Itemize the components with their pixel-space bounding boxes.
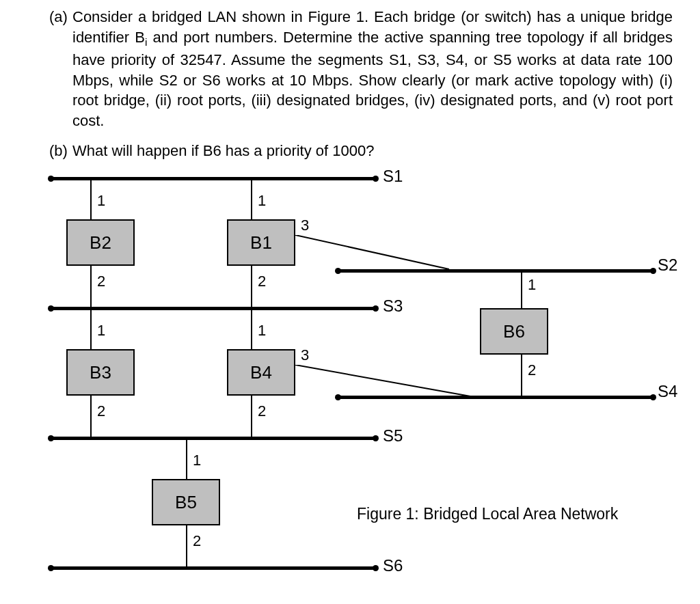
svg-line-0 bbox=[295, 235, 449, 269]
segment-s3 bbox=[49, 307, 377, 310]
segment-s5 bbox=[49, 437, 377, 440]
b1-port2-num: 2 bbox=[258, 273, 266, 290]
bridge-b1: B1 bbox=[227, 219, 295, 266]
figure-caption: Figure 1: Bridged Local Area Network bbox=[357, 505, 618, 523]
bridge-b2-label: B2 bbox=[90, 232, 111, 253]
segment-s4-label: S4 bbox=[658, 382, 677, 401]
b2-port2-line bbox=[90, 266, 92, 308]
b1-port1-num: 1 bbox=[258, 192, 266, 210]
bridge-b4: B4 bbox=[227, 349, 295, 396]
b1-port3-line bbox=[295, 235, 453, 273]
segment-s1 bbox=[49, 177, 377, 180]
b4-port2-line bbox=[251, 396, 252, 438]
part-b-text: What will happen if B6 has a priority of… bbox=[72, 141, 673, 161]
segment-s6 bbox=[49, 566, 377, 570]
bridge-b3-label: B3 bbox=[90, 362, 111, 383]
b2-port2-num: 2 bbox=[97, 273, 105, 290]
b1-port3-num: 3 bbox=[301, 217, 309, 234]
b4-port2-num: 2 bbox=[258, 402, 266, 420]
segment-s3-label: S3 bbox=[383, 297, 403, 316]
part-a-label: (a) bbox=[49, 7, 72, 131]
b5-port2-line bbox=[186, 525, 187, 568]
b3-port1-line bbox=[90, 308, 92, 349]
b6-port1-line bbox=[521, 271, 522, 308]
b3-port1-num: 1 bbox=[97, 322, 105, 340]
bridge-b6: B6 bbox=[480, 308, 548, 355]
b4-port3-num: 3 bbox=[301, 346, 309, 364]
b6-port2-line bbox=[521, 355, 522, 397]
b2-port1-line bbox=[90, 178, 92, 219]
part-a-text: Consider a bridged LAN shown in Figure 1… bbox=[72, 7, 673, 131]
bridge-b4-label: B4 bbox=[250, 362, 272, 383]
b1-port1-line bbox=[251, 178, 252, 219]
b3-port2-line bbox=[90, 396, 92, 438]
bridge-b5-label: B5 bbox=[175, 492, 197, 513]
segment-s2-label: S2 bbox=[658, 256, 677, 275]
b2-port1-num: 1 bbox=[97, 192, 105, 210]
b6-port1-num: 1 bbox=[528, 276, 536, 294]
b6-port2-num: 2 bbox=[528, 361, 536, 379]
bridge-b3: B3 bbox=[66, 349, 135, 396]
part-b: (b) What will happen if B6 has a priorit… bbox=[49, 141, 673, 161]
bridge-b2: B2 bbox=[66, 219, 135, 266]
part-b-label: (b) bbox=[49, 141, 72, 161]
b3-port2-num: 2 bbox=[97, 402, 105, 420]
svg-line-1 bbox=[295, 365, 470, 396]
bridge-b6-label: B6 bbox=[503, 321, 525, 342]
bridge-b1-label: B1 bbox=[250, 232, 272, 253]
part-a: (a) Consider a bridged LAN shown in Figu… bbox=[49, 7, 673, 131]
b5-port1-num: 1 bbox=[193, 452, 201, 469]
b4-port3-line bbox=[295, 365, 473, 399]
figure-1: S1 S2 S3 S4 S5 S6 B2 1 2 B1 1 2 3 bbox=[49, 170, 692, 601]
b1-port2-line bbox=[251, 266, 252, 308]
segment-s1-label: S1 bbox=[383, 167, 403, 186]
bridge-b5: B5 bbox=[152, 479, 220, 525]
b5-port1-line bbox=[186, 438, 187, 479]
b4-port1-num: 1 bbox=[258, 322, 266, 340]
page: (a) Consider a bridged LAN shown in Figu… bbox=[0, 0, 700, 604]
segment-s5-label: S5 bbox=[383, 426, 403, 445]
segment-s6-label: S6 bbox=[383, 556, 403, 575]
b5-port2-num: 2 bbox=[193, 532, 201, 550]
b4-port1-line bbox=[251, 308, 252, 349]
